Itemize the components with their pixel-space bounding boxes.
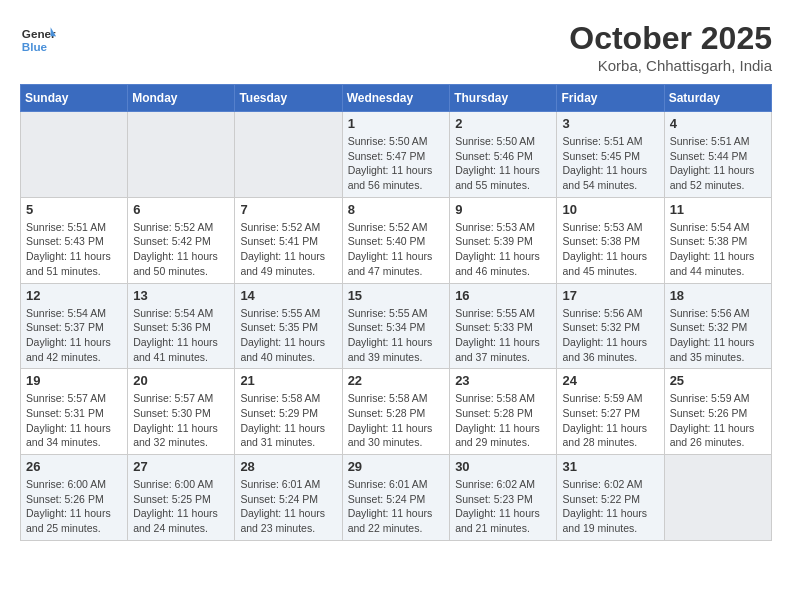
day-number: 8 [348, 202, 445, 217]
day-info: Sunrise: 5:54 AM Sunset: 5:37 PM Dayligh… [26, 306, 122, 365]
day-info: Sunrise: 5:51 AM Sunset: 5:43 PM Dayligh… [26, 220, 122, 279]
day-info: Sunrise: 5:53 AM Sunset: 5:39 PM Dayligh… [455, 220, 551, 279]
day-info: Sunrise: 5:50 AM Sunset: 5:47 PM Dayligh… [348, 134, 445, 193]
week-row-3: 12Sunrise: 5:54 AM Sunset: 5:37 PM Dayli… [21, 283, 772, 369]
day-info: Sunrise: 5:53 AM Sunset: 5:38 PM Dayligh… [562, 220, 658, 279]
weekday-header-tuesday: Tuesday [235, 85, 342, 112]
calendar-cell: 28Sunrise: 6:01 AM Sunset: 5:24 PM Dayli… [235, 455, 342, 541]
day-info: Sunrise: 5:58 AM Sunset: 5:29 PM Dayligh… [240, 391, 336, 450]
day-info: Sunrise: 5:52 AM Sunset: 5:40 PM Dayligh… [348, 220, 445, 279]
day-info: Sunrise: 5:55 AM Sunset: 5:34 PM Dayligh… [348, 306, 445, 365]
day-number: 31 [562, 459, 658, 474]
calendar-cell: 29Sunrise: 6:01 AM Sunset: 5:24 PM Dayli… [342, 455, 450, 541]
calendar-cell: 10Sunrise: 5:53 AM Sunset: 5:38 PM Dayli… [557, 197, 664, 283]
day-info: Sunrise: 5:59 AM Sunset: 5:26 PM Dayligh… [670, 391, 766, 450]
day-number: 24 [562, 373, 658, 388]
calendar-cell: 23Sunrise: 5:58 AM Sunset: 5:28 PM Dayli… [450, 369, 557, 455]
day-info: Sunrise: 6:01 AM Sunset: 5:24 PM Dayligh… [348, 477, 445, 536]
calendar-cell: 16Sunrise: 5:55 AM Sunset: 5:33 PM Dayli… [450, 283, 557, 369]
day-info: Sunrise: 5:52 AM Sunset: 5:41 PM Dayligh… [240, 220, 336, 279]
day-info: Sunrise: 5:51 AM Sunset: 5:44 PM Dayligh… [670, 134, 766, 193]
day-number: 5 [26, 202, 122, 217]
calendar-cell: 19Sunrise: 5:57 AM Sunset: 5:31 PM Dayli… [21, 369, 128, 455]
week-row-2: 5Sunrise: 5:51 AM Sunset: 5:43 PM Daylig… [21, 197, 772, 283]
calendar-cell: 24Sunrise: 5:59 AM Sunset: 5:27 PM Dayli… [557, 369, 664, 455]
calendar-cell [664, 455, 771, 541]
calendar-cell: 5Sunrise: 5:51 AM Sunset: 5:43 PM Daylig… [21, 197, 128, 283]
day-number: 6 [133, 202, 229, 217]
weekday-header-friday: Friday [557, 85, 664, 112]
calendar-cell [21, 112, 128, 198]
calendar-cell: 9Sunrise: 5:53 AM Sunset: 5:39 PM Daylig… [450, 197, 557, 283]
day-number: 25 [670, 373, 766, 388]
day-number: 18 [670, 288, 766, 303]
calendar-cell: 7Sunrise: 5:52 AM Sunset: 5:41 PM Daylig… [235, 197, 342, 283]
day-number: 20 [133, 373, 229, 388]
calendar-cell: 8Sunrise: 5:52 AM Sunset: 5:40 PM Daylig… [342, 197, 450, 283]
day-number: 3 [562, 116, 658, 131]
day-number: 28 [240, 459, 336, 474]
day-info: Sunrise: 6:02 AM Sunset: 5:23 PM Dayligh… [455, 477, 551, 536]
day-number: 14 [240, 288, 336, 303]
calendar-cell: 12Sunrise: 5:54 AM Sunset: 5:37 PM Dayli… [21, 283, 128, 369]
calendar-cell: 17Sunrise: 5:56 AM Sunset: 5:32 PM Dayli… [557, 283, 664, 369]
weekday-header-thursday: Thursday [450, 85, 557, 112]
weekday-header-row: SundayMondayTuesdayWednesdayThursdayFrid… [21, 85, 772, 112]
logo-icon: General Blue [20, 20, 56, 56]
day-info: Sunrise: 5:52 AM Sunset: 5:42 PM Dayligh… [133, 220, 229, 279]
day-info: Sunrise: 6:00 AM Sunset: 5:26 PM Dayligh… [26, 477, 122, 536]
day-info: Sunrise: 5:56 AM Sunset: 5:32 PM Dayligh… [670, 306, 766, 365]
day-number: 27 [133, 459, 229, 474]
calendar-cell [235, 112, 342, 198]
day-info: Sunrise: 5:58 AM Sunset: 5:28 PM Dayligh… [455, 391, 551, 450]
day-number: 17 [562, 288, 658, 303]
day-info: Sunrise: 5:56 AM Sunset: 5:32 PM Dayligh… [562, 306, 658, 365]
day-number: 10 [562, 202, 658, 217]
month-title: October 2025 [569, 20, 772, 57]
page-header: General Blue October 2025 Korba, Chhatti… [20, 20, 772, 74]
calendar-cell: 22Sunrise: 5:58 AM Sunset: 5:28 PM Dayli… [342, 369, 450, 455]
calendar-cell: 18Sunrise: 5:56 AM Sunset: 5:32 PM Dayli… [664, 283, 771, 369]
calendar-cell: 1Sunrise: 5:50 AM Sunset: 5:47 PM Daylig… [342, 112, 450, 198]
day-number: 7 [240, 202, 336, 217]
calendar-cell: 20Sunrise: 5:57 AM Sunset: 5:30 PM Dayli… [128, 369, 235, 455]
day-number: 11 [670, 202, 766, 217]
day-info: Sunrise: 5:54 AM Sunset: 5:38 PM Dayligh… [670, 220, 766, 279]
day-number: 4 [670, 116, 766, 131]
calendar-cell: 14Sunrise: 5:55 AM Sunset: 5:35 PM Dayli… [235, 283, 342, 369]
day-number: 13 [133, 288, 229, 303]
week-row-4: 19Sunrise: 5:57 AM Sunset: 5:31 PM Dayli… [21, 369, 772, 455]
calendar-cell: 13Sunrise: 5:54 AM Sunset: 5:36 PM Dayli… [128, 283, 235, 369]
day-number: 15 [348, 288, 445, 303]
calendar-cell: 27Sunrise: 6:00 AM Sunset: 5:25 PM Dayli… [128, 455, 235, 541]
day-number: 30 [455, 459, 551, 474]
day-number: 23 [455, 373, 551, 388]
day-number: 21 [240, 373, 336, 388]
weekday-header-saturday: Saturday [664, 85, 771, 112]
location: Korba, Chhattisgarh, India [569, 57, 772, 74]
calendar-cell: 3Sunrise: 5:51 AM Sunset: 5:45 PM Daylig… [557, 112, 664, 198]
day-info: Sunrise: 6:00 AM Sunset: 5:25 PM Dayligh… [133, 477, 229, 536]
day-info: Sunrise: 5:57 AM Sunset: 5:31 PM Dayligh… [26, 391, 122, 450]
calendar-table: SundayMondayTuesdayWednesdayThursdayFrid… [20, 84, 772, 541]
day-number: 22 [348, 373, 445, 388]
calendar-cell: 15Sunrise: 5:55 AM Sunset: 5:34 PM Dayli… [342, 283, 450, 369]
day-number: 9 [455, 202, 551, 217]
calendar-cell: 25Sunrise: 5:59 AM Sunset: 5:26 PM Dayli… [664, 369, 771, 455]
title-block: October 2025 Korba, Chhattisgarh, India [569, 20, 772, 74]
day-info: Sunrise: 5:55 AM Sunset: 5:33 PM Dayligh… [455, 306, 551, 365]
day-info: Sunrise: 5:59 AM Sunset: 5:27 PM Dayligh… [562, 391, 658, 450]
calendar-cell: 21Sunrise: 5:58 AM Sunset: 5:29 PM Dayli… [235, 369, 342, 455]
day-info: Sunrise: 5:55 AM Sunset: 5:35 PM Dayligh… [240, 306, 336, 365]
day-info: Sunrise: 5:57 AM Sunset: 5:30 PM Dayligh… [133, 391, 229, 450]
day-number: 26 [26, 459, 122, 474]
svg-text:Blue: Blue [22, 40, 48, 53]
day-number: 16 [455, 288, 551, 303]
calendar-cell: 11Sunrise: 5:54 AM Sunset: 5:38 PM Dayli… [664, 197, 771, 283]
day-info: Sunrise: 5:51 AM Sunset: 5:45 PM Dayligh… [562, 134, 658, 193]
day-number: 1 [348, 116, 445, 131]
week-row-1: 1Sunrise: 5:50 AM Sunset: 5:47 PM Daylig… [21, 112, 772, 198]
day-info: Sunrise: 5:58 AM Sunset: 5:28 PM Dayligh… [348, 391, 445, 450]
day-info: Sunrise: 6:02 AM Sunset: 5:22 PM Dayligh… [562, 477, 658, 536]
weekday-header-monday: Monday [128, 85, 235, 112]
